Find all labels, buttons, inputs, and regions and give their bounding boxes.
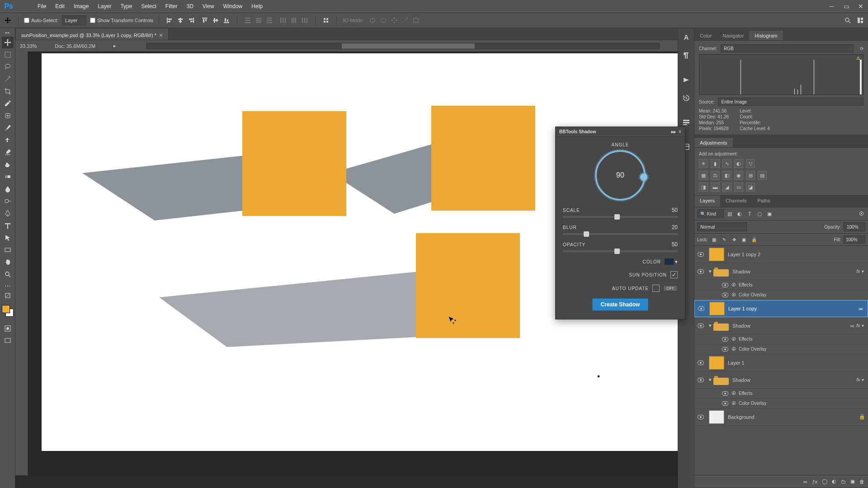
layer-row[interactable]: ▾Shadow⫘fx ▾ [694, 317, 868, 334]
character-panel-icon[interactable] [681, 33, 691, 42]
properties-panel-icon[interactable] [681, 117, 691, 127]
workspace-icon[interactable] [855, 15, 865, 25]
gradient-map-icon[interactable]: ▭ [734, 183, 743, 192]
filter-pixel-icon[interactable]: ▧ [726, 210, 734, 218]
menu-filter[interactable]: Filter [161, 2, 182, 11]
delete-layer-icon[interactable]: 🗑 [859, 479, 864, 484]
clone-stamp-tool[interactable] [2, 134, 14, 146]
tab-channels[interactable]: Channels [720, 196, 752, 207]
auto-align-icon[interactable] [321, 15, 331, 25]
visibility-toggle[interactable] [694, 378, 707, 382]
color-swatches[interactable] [1, 305, 14, 317]
opacity-input[interactable] [844, 222, 865, 231]
plugin-menu-icon[interactable]: ≡ [679, 129, 681, 134]
visibility-toggle[interactable] [719, 337, 731, 342]
eraser-tool[interactable] [2, 159, 14, 170]
zoom-level[interactable]: 33.33% [20, 43, 37, 49]
layer-effect-row[interactable]: ⦿Color Overlay [694, 399, 868, 408]
tool-more[interactable]: ⋯ [3, 282, 12, 290]
filter-shape-icon[interactable]: ▢ [755, 210, 764, 218]
magic-wand-tool[interactable] [2, 73, 14, 85]
brightness-icon[interactable]: ☀ [699, 159, 708, 168]
layer-row[interactable]: Layer 1 copy 2 [694, 246, 868, 263]
visibility-toggle[interactable] [719, 391, 731, 396]
auto-update-checkbox[interactable] [652, 285, 660, 292]
filter-type-icon[interactable]: T [745, 210, 754, 218]
brush-tool[interactable] [2, 122, 14, 134]
layer-row[interactable]: Background🔒 [694, 408, 868, 426]
blend-mode-select[interactable]: Normal [697, 222, 747, 231]
quick-mask-tool[interactable] [2, 323, 14, 334]
tab-color[interactable]: Color [694, 31, 717, 40]
fx-badge[interactable]: fx ▾ [856, 323, 863, 328]
bbtools-shadow-panel[interactable]: BBTools Shadow ▸▸ ≡ ANGLE 90 SCALE50 BLU… [555, 127, 685, 319]
h-scrollbar[interactable] [146, 43, 660, 49]
menu-3d[interactable]: 3D [182, 2, 198, 11]
pen-tool[interactable] [2, 207, 14, 219]
filter-toggle[interactable]: ⦿ [857, 210, 865, 218]
color-swatch[interactable] [665, 258, 674, 265]
close-tab-icon[interactable]: × [159, 32, 163, 39]
visibility-toggle[interactable] [719, 347, 731, 352]
source-select[interactable]: Entire Image [718, 98, 863, 106]
menu-help[interactable]: Help [247, 2, 267, 11]
align-right-edges-icon[interactable] [186, 15, 196, 25]
doc-info[interactable]: Doc: 35.6M/60.2M [55, 43, 95, 49]
layer-row[interactable]: Layer 1 [694, 354, 868, 371]
actions-panel-icon[interactable] [681, 75, 691, 85]
link-layers-icon[interactable]: ⫘ [802, 479, 807, 484]
scale-slider[interactable] [563, 216, 678, 218]
auto-update-toggle[interactable]: OFF [663, 285, 678, 291]
visibility-toggle[interactable] [694, 324, 707, 328]
tab-histogram[interactable]: Histogram [749, 31, 783, 40]
screen-mode-tool[interactable] [2, 335, 14, 347]
layer-filter-kind[interactable]: 🔍 Kind [697, 209, 724, 218]
exposure-icon[interactable]: ◐ [734, 159, 743, 168]
invert-icon[interactable]: ◨ [699, 183, 708, 192]
auto-select-checkbox[interactable]: Auto-Select: [24, 18, 58, 23]
align-v-centers-icon[interactable] [211, 15, 221, 25]
document-tab[interactable]: sunPosition_example.psd @ 33.3% (Layer 1… [15, 28, 169, 40]
angle-dial[interactable]: 90 [595, 150, 646, 201]
menu-view[interactable]: View [198, 2, 219, 11]
posterize-icon[interactable]: ▬ [711, 183, 720, 192]
opacity-slider[interactable] [563, 250, 678, 252]
layer-row[interactable]: ▾Shadowfx ▾ [694, 371, 868, 389]
edit-toolbar[interactable] [2, 290, 14, 301]
tab-navigator[interactable]: Navigator [717, 31, 749, 40]
visibility-toggle[interactable] [719, 283, 731, 287]
visibility-toggle[interactable] [694, 415, 707, 419]
move-tool[interactable] [2, 37, 14, 48]
menu-file[interactable]: File [33, 2, 51, 11]
black-white-icon[interactable]: ◧ [722, 171, 731, 180]
filter-adjust-icon[interactable]: ◐ [736, 210, 744, 218]
path-select-tool[interactable] [2, 232, 14, 244]
lock-pixels-icon[interactable]: ✎ [721, 236, 728, 243]
tab-layers[interactable]: Layers [694, 196, 720, 207]
lock-position-icon[interactable]: ✥ [731, 236, 738, 243]
paragraph-panel-icon[interactable] [681, 51, 691, 61]
adjustments-tab[interactable]: Adjustments [694, 138, 733, 147]
threshold-icon[interactable]: ◢ [722, 183, 731, 192]
history-panel-icon[interactable] [681, 93, 691, 103]
channel-select[interactable]: RGB [721, 44, 854, 52]
filter-smart-icon[interactable]: ▣ [765, 210, 774, 218]
fx-badge[interactable]: fx ▾ [856, 377, 863, 382]
history-brush-tool[interactable] [2, 146, 14, 158]
menu-image[interactable]: Image [69, 2, 93, 11]
ruler-vertical[interactable] [15, 49, 28, 475]
crop-tool[interactable] [2, 85, 14, 97]
zoom-tool[interactable] [2, 268, 14, 280]
plugin-collapse-icon[interactable]: ▸▸ [671, 129, 676, 134]
lasso-tool[interactable] [2, 61, 14, 73]
new-layer-icon[interactable]: ▣ [850, 479, 855, 484]
eyedropper-tool[interactable] [2, 98, 14, 109]
layer-row[interactable]: Layer 1 copy⫘ [694, 300, 868, 317]
vibrance-icon[interactable]: ▽ [746, 159, 755, 168]
visibility-toggle[interactable] [719, 293, 731, 297]
spot-heal-tool[interactable] [2, 110, 14, 122]
layer-mask-icon[interactable]: ◯ [822, 479, 827, 484]
rectangle-tool[interactable] [2, 244, 14, 256]
layer-effect-row[interactable]: ⦿Effects [694, 389, 868, 399]
close-button[interactable]: ✕ [854, 1, 868, 12]
